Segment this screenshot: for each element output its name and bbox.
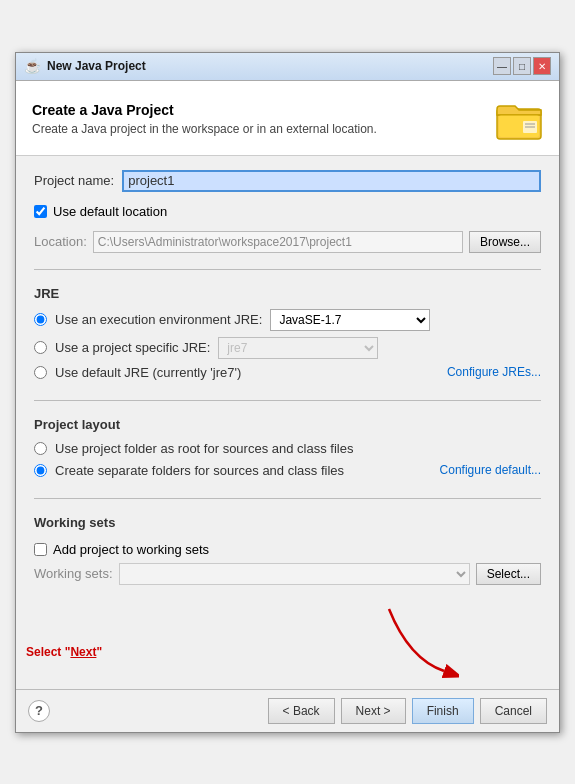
add-to-working-sets-checkbox[interactable]: [34, 543, 47, 556]
jre-section-label: JRE: [34, 286, 541, 301]
jre-default-label: Use default JRE (currently 'jre7'): [55, 365, 241, 380]
add-to-working-sets-row: Add project to working sets: [34, 542, 541, 557]
location-label: Location:: [34, 234, 87, 249]
header-area: Create a Java Project Create a Java proj…: [16, 81, 559, 156]
dialog-title: Create a Java Project: [32, 102, 377, 118]
help-button[interactable]: ?: [28, 700, 50, 722]
use-default-location-checkbox[interactable]: [34, 205, 47, 218]
layout-separate-radio[interactable]: [34, 464, 47, 477]
use-default-location-label: Use default location: [53, 204, 167, 219]
annotation-select-text: Select "Next": [26, 645, 102, 659]
jre-env-label: Use an execution environment JRE:: [55, 312, 262, 327]
back-button[interactable]: < Back: [268, 698, 335, 724]
title-bar-left: ☕ New Java Project: [24, 58, 146, 74]
project-name-row: Project name:: [34, 170, 541, 192]
working-sets-dropdown: [119, 563, 470, 585]
jre-default-row: Use default JRE (currently 'jre7') Confi…: [34, 365, 541, 380]
jre-env-dropdown[interactable]: JavaSE-1.7 JavaSE-1.8 JavaSE-11: [270, 309, 430, 331]
jre-section: JRE Use an execution environment JRE: Ja…: [34, 286, 541, 384]
maximize-button[interactable]: □: [513, 57, 531, 75]
project-name-label: Project name:: [34, 173, 114, 188]
footer: ? < Back Next > Finish Cancel: [16, 689, 559, 732]
header-text: Create a Java Project Create a Java proj…: [32, 102, 377, 136]
working-sets-section: Working sets Add project to working sets…: [34, 515, 541, 585]
content-area: Project name: Use default location Locat…: [16, 156, 559, 599]
layout-separate-label: Create separate folders for sources and …: [55, 463, 344, 478]
layout-separate-row: Create separate folders for sources and …: [34, 463, 541, 478]
title-buttons: — □ ✕: [493, 57, 551, 75]
jre-env-row: Use an execution environment JRE: JavaSE…: [34, 309, 541, 331]
location-row: Location: Browse...: [34, 231, 541, 253]
footer-buttons: < Back Next > Finish Cancel: [268, 698, 547, 724]
use-default-location-row: Use default location: [34, 204, 541, 219]
browse-button[interactable]: Browse...: [469, 231, 541, 253]
divider-layout: [34, 400, 541, 401]
jre-specific-row: Use a project specific JRE: jre7: [34, 337, 541, 359]
location-input[interactable]: [93, 231, 463, 253]
layout-root-row: Use project folder as root for sources a…: [34, 441, 541, 456]
divider-jre: [34, 269, 541, 270]
finish-button[interactable]: Finish: [412, 698, 474, 724]
jre-specific-dropdown: jre7: [218, 337, 378, 359]
layout-root-radio[interactable]: [34, 442, 47, 455]
red-arrow-annotation: [379, 599, 459, 679]
close-button[interactable]: ✕: [533, 57, 551, 75]
layout-root-label: Use project folder as root for sources a…: [55, 441, 353, 456]
cancel-button[interactable]: Cancel: [480, 698, 547, 724]
select-button[interactable]: Select...: [476, 563, 541, 585]
jre-default-radio[interactable]: [34, 366, 47, 379]
configure-jres-link[interactable]: Configure JREs...: [447, 365, 541, 379]
project-layout-section: Project layout Use project folder as roo…: [34, 417, 541, 482]
working-sets-label: Working sets: [34, 515, 541, 530]
jre-specific-radio[interactable]: [34, 341, 47, 354]
jre-env-radio[interactable]: [34, 313, 47, 326]
project-name-input[interactable]: [122, 170, 541, 192]
divider-working-sets: [34, 498, 541, 499]
dialog-subtitle: Create a Java project in the workspace o…: [32, 122, 377, 136]
footer-left: ?: [28, 700, 50, 722]
title-bar: ☕ New Java Project — □ ✕: [16, 53, 559, 81]
ws-label: Working sets:: [34, 566, 113, 581]
layout-section-label: Project layout: [34, 417, 541, 432]
add-to-working-sets-label: Add project to working sets: [53, 542, 209, 557]
window-title: New Java Project: [47, 59, 146, 73]
minimize-button[interactable]: —: [493, 57, 511, 75]
folder-icon: [495, 95, 543, 143]
java-icon: ☕: [24, 58, 41, 74]
next-button[interactable]: Next >: [341, 698, 406, 724]
arrow-area: Select "Next": [16, 599, 559, 689]
working-sets-row: Working sets: Select...: [34, 563, 541, 585]
jre-specific-label: Use a project specific JRE:: [55, 340, 210, 355]
configure-default-link[interactable]: Configure default...: [440, 463, 541, 477]
new-java-project-dialog: ☕ New Java Project — □ ✕ Create a Java P…: [15, 52, 560, 733]
